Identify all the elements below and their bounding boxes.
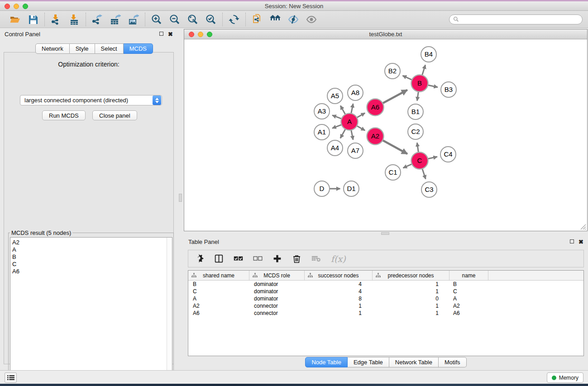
table-row[interactable]: A2connector11A2 bbox=[188, 302, 583, 310]
table-cell[interactable]: 1 bbox=[373, 310, 449, 317]
mcds-result-list[interactable]: A2ABCA6 bbox=[10, 237, 172, 383]
eye-slash-icon[interactable] bbox=[287, 14, 299, 25]
node-table-header[interactable]: shared nameMCDS rolesuccessor nodesprede… bbox=[188, 271, 583, 281]
save-icon[interactable] bbox=[27, 14, 39, 25]
close-window-button[interactable] bbox=[5, 4, 10, 9]
table-cell[interactable]: dominator bbox=[249, 288, 305, 295]
checked-boxes-icon[interactable] bbox=[234, 254, 243, 263]
table-tab-network-table[interactable]: Network Table bbox=[389, 357, 439, 367]
import-network-icon[interactable] bbox=[50, 14, 62, 25]
column-header-shared-name[interactable]: shared name bbox=[188, 271, 249, 280]
graph-node-C[interactable]: C bbox=[411, 152, 428, 169]
table-cell[interactable]: 1 bbox=[373, 281, 449, 288]
open-folder-icon[interactable] bbox=[9, 14, 21, 25]
unchecked-boxes-icon[interactable] bbox=[253, 254, 263, 263]
table-cell[interactable]: 4 bbox=[305, 288, 373, 295]
graph-node-A7[interactable]: A7 bbox=[348, 143, 363, 158]
graph-node-A4[interactable]: A4 bbox=[327, 140, 343, 156]
trash-icon[interactable] bbox=[292, 254, 301, 263]
network-window-titlebar[interactable]: testGlobe.txt bbox=[184, 29, 587, 39]
table-cell[interactable]: A bbox=[188, 295, 249, 302]
close-panel-icon[interactable]: ✖ bbox=[168, 31, 173, 37]
table-row[interactable]: Adominator80A bbox=[188, 295, 583, 302]
graph-node-C1[interactable]: C1 bbox=[385, 165, 401, 180]
table-cell[interactable]: 1 bbox=[373, 288, 449, 295]
table-cell[interactable]: A6 bbox=[449, 310, 488, 317]
column-header-predecessor-nodes[interactable]: predecessor nodes bbox=[373, 271, 449, 280]
table-cell[interactable]: dominator bbox=[249, 281, 305, 288]
table-cell[interactable]: 1 bbox=[305, 310, 373, 317]
refresh-icon[interactable] bbox=[228, 14, 240, 25]
node-table[interactable]: shared nameMCDS rolesuccessor nodesprede… bbox=[188, 270, 584, 356]
table-cell[interactable]: 1 bbox=[373, 302, 449, 310]
network-graph[interactable]: B4B2BB3A8A5A6A3B1AC2A1A2A4A7C4CC1C3DD1 bbox=[184, 39, 587, 231]
plus-icon[interactable] bbox=[272, 254, 282, 263]
graph-node-B4[interactable]: B4 bbox=[421, 47, 436, 62]
table-tab-edge-table[interactable]: Edge Table bbox=[348, 357, 389, 367]
maximize-window-button[interactable] bbox=[23, 4, 28, 9]
eye-icon[interactable] bbox=[306, 14, 317, 25]
table-tab-node-table[interactable]: Node Table bbox=[305, 357, 348, 367]
graph-node-A6[interactable]: A6 bbox=[367, 99, 384, 116]
vertical-splitter-handle[interactable] bbox=[179, 194, 182, 202]
mcds-result-item[interactable]: B bbox=[12, 253, 172, 261]
export-table-icon[interactable] bbox=[110, 14, 121, 25]
scrollbar[interactable] bbox=[167, 238, 172, 383]
graph-node-C2[interactable]: C2 bbox=[408, 124, 423, 139]
table-row[interactable]: Cdominator41C bbox=[188, 288, 583, 295]
graph-node-A5[interactable]: A5 bbox=[327, 88, 343, 104]
table-row[interactable]: A6connector11A6 bbox=[188, 310, 583, 317]
houses-icon[interactable] bbox=[269, 14, 281, 25]
graph-node-D[interactable]: D bbox=[314, 181, 330, 196]
gear-icon[interactable] bbox=[195, 254, 204, 263]
close-panel-button[interactable]: Close panel bbox=[92, 110, 137, 120]
document-network-icon[interactable] bbox=[251, 14, 263, 25]
table-cell[interactable]: C bbox=[188, 288, 249, 295]
import-table-icon[interactable] bbox=[68, 14, 80, 25]
table-cell[interactable]: A bbox=[449, 295, 488, 302]
horizontal-splitter-handle[interactable] bbox=[381, 232, 389, 235]
mcds-result-item[interactable]: A bbox=[12, 246, 172, 253]
export-network-icon[interactable] bbox=[91, 14, 103, 25]
table-row[interactable]: Bdominator41B bbox=[188, 281, 583, 288]
graph-node-A[interactable]: A bbox=[341, 114, 358, 130]
graph-node-A2[interactable]: A2 bbox=[367, 128, 384, 145]
graph-node-D1[interactable]: D1 bbox=[344, 181, 359, 196]
zoom-fit-icon[interactable] bbox=[187, 14, 199, 25]
mcds-result-item[interactable]: A2 bbox=[12, 239, 172, 246]
tab-mcds[interactable]: MCDS bbox=[124, 43, 153, 54]
table-cell[interactable]: 1 bbox=[305, 302, 373, 310]
column-header-name[interactable]: name bbox=[449, 271, 488, 280]
table-cell[interactable]: 4 bbox=[305, 281, 373, 288]
graph-node-C3[interactable]: C3 bbox=[421, 182, 437, 197]
graph-node-A1[interactable]: A1 bbox=[314, 124, 330, 140]
column-header-successor-nodes[interactable]: successor nodes bbox=[305, 271, 373, 280]
columns-icon[interactable] bbox=[214, 254, 224, 263]
table-cell[interactable]: B bbox=[449, 281, 488, 288]
table-cell[interactable]: connector bbox=[249, 310, 305, 317]
table-cell[interactable]: dominator bbox=[249, 295, 305, 302]
node-table-body[interactable]: Bdominator41BCdominator41CAdominator80AA… bbox=[188, 281, 583, 317]
table-cell[interactable]: A6 bbox=[188, 310, 249, 317]
window-resize-grip[interactable] bbox=[580, 224, 586, 230]
search-input[interactable] bbox=[461, 16, 578, 23]
graph-node-C4[interactable]: C4 bbox=[440, 147, 456, 162]
table-cell[interactable]: 0 bbox=[373, 295, 449, 302]
table-cell[interactable]: 8 bbox=[305, 295, 373, 302]
graph-node-B2[interactable]: B2 bbox=[385, 63, 400, 79]
float-panel-icon[interactable] bbox=[159, 31, 163, 37]
minimize-network-window-button[interactable] bbox=[198, 32, 203, 37]
table-cell[interactable]: A2 bbox=[449, 302, 488, 310]
float-table-panel-icon[interactable] bbox=[570, 239, 574, 244]
search-field[interactable] bbox=[449, 14, 583, 24]
task-history-button[interactable] bbox=[5, 372, 17, 383]
graph-node-B1[interactable]: B1 bbox=[408, 104, 423, 119]
zoom-out-icon[interactable] bbox=[169, 14, 181, 25]
graph-node-B3[interactable]: B3 bbox=[441, 82, 456, 97]
table-cell[interactable]: A2 bbox=[188, 302, 249, 310]
minimize-window-button[interactable] bbox=[14, 4, 19, 9]
table-cell[interactable]: connector bbox=[249, 302, 305, 310]
network-canvas[interactable]: B4B2BB3A8A5A6A3B1AC2A1A2A4A7C4CC1C3DD1 bbox=[184, 39, 587, 231]
tab-style[interactable]: Style bbox=[70, 43, 95, 54]
graph-node-A8[interactable]: A8 bbox=[348, 85, 363, 100]
